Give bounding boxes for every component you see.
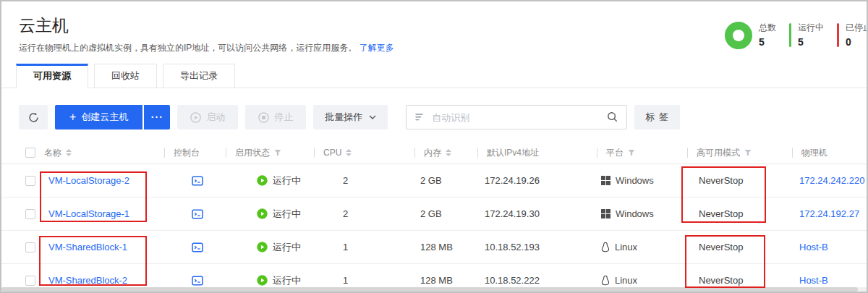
create-split-button: + 创建云主机 ··· [55, 105, 170, 129]
platform-text: Windows [616, 208, 654, 219]
column-header-ha-mode[interactable]: 高可用模式 [687, 148, 792, 158]
ha-mode-value: NeverStop [687, 242, 792, 252]
more-actions-button[interactable]: ··· [144, 105, 170, 129]
scrollbar-thumb[interactable] [1, 287, 858, 292]
play-circle-icon [190, 112, 201, 123]
console-icon[interactable] [192, 242, 203, 252]
tab-export-records[interactable]: 导出记录 [163, 64, 235, 88]
memory-value: 128 MB [414, 242, 477, 252]
search-box[interactable] [406, 105, 627, 129]
row-checkbox[interactable] [25, 209, 35, 219]
physical-host-link[interactable]: Host-B [799, 275, 828, 286]
search-icon[interactable] [607, 111, 618, 123]
column-label: CPU [323, 148, 341, 158]
platform-text: Windows [616, 175, 654, 186]
vm-name-link[interactable]: VM-LocalStorage-1 [48, 208, 129, 219]
column-header-physical-host: 物理机 [792, 148, 867, 158]
cpu-value: 2 [314, 208, 414, 219]
tag-button[interactable]: 标 签 [634, 105, 680, 129]
cloud-vm-console-window: 云主机 运行在物理机上的虚拟机实例，具有独立的IP地址，可以访问公共网络，运行应… [0, 0, 868, 293]
running-status-icon [257, 242, 268, 252]
toolbar: + 创建云主机 ··· 启动 停止 批量操作 [1, 88, 867, 129]
column-label: 控制台 [174, 148, 200, 158]
cpu-value: 2 [314, 175, 414, 186]
physical-host-link[interactable]: 172.24.192.27 [799, 208, 859, 219]
running-status-icon [257, 208, 268, 219]
select-all-checkbox[interactable] [25, 148, 35, 158]
column-header-status[interactable]: 启用状态 [226, 148, 314, 158]
physical-host-link[interactable]: 172.24.242.220 [799, 175, 864, 186]
stat-total: 总数 5 [725, 21, 776, 49]
status-text: 运行中 [273, 241, 301, 254]
column-header-cpu[interactable]: CPU [314, 148, 414, 158]
batch-operation-label: 批量操作 [325, 111, 362, 124]
column-label: 平台 [606, 148, 624, 158]
memory-value: 128 MB [414, 275, 477, 286]
column-header-platform[interactable]: 平台 [597, 148, 687, 158]
ipv4-value: 10.18.52.222 [477, 275, 597, 286]
stat-total-label: 总数 [759, 21, 776, 33]
memory-value: 2 GB [414, 208, 477, 219]
learn-more-link[interactable]: 了解更多 [359, 43, 394, 53]
stat-stopped-label: 已停止 [846, 21, 868, 33]
column-header-ipv4: 默认IPv4地址 [477, 148, 597, 158]
ha-mode-value: NeverStop [687, 208, 792, 219]
ipv4-value: 172.24.19.26 [477, 175, 597, 186]
filter-funnel-icon[interactable] [744, 149, 752, 156]
stat-running-label: 运行中 [798, 21, 824, 33]
search-input[interactable] [430, 111, 601, 124]
row-checkbox[interactable] [25, 276, 35, 286]
filter-funnel-icon[interactable] [628, 149, 635, 156]
row-checkbox[interactable] [25, 242, 35, 252]
table-row: VM-SharedBlock-1 运行中 1 128 MB 10.18.52.1… [1, 231, 867, 264]
linux-penguin-icon [601, 275, 610, 286]
column-header-name[interactable]: 名称 [43, 148, 164, 158]
cpu-value: 1 [314, 242, 414, 252]
start-label: 启动 [206, 111, 225, 124]
column-label: 名称 [44, 148, 61, 158]
sort-icon[interactable] [66, 149, 72, 156]
vm-name-link[interactable]: VM-SharedBlock-1 [48, 242, 127, 252]
ha-mode-value: NeverStop [687, 275, 792, 286]
windows-icon [601, 209, 610, 218]
red-bar-icon [837, 23, 839, 47]
vm-name-link[interactable]: VM-LocalStorage-2 [48, 175, 129, 186]
status-text: 运行中 [273, 274, 301, 287]
refresh-button[interactable] [19, 105, 48, 129]
tab-recycle-bin[interactable]: 回收站 [94, 64, 157, 88]
stat-stopped: 已停止 0 [837, 21, 868, 48]
ipv4-value: 10.18.52.193 [477, 242, 597, 252]
vm-name-link[interactable]: VM-SharedBlock-2 [48, 275, 127, 286]
batch-operation-button[interactable]: 批量操作 [313, 105, 388, 129]
sort-icon[interactable] [446, 149, 451, 156]
create-vm-button[interactable]: + 创建云主机 [55, 105, 142, 129]
console-icon[interactable] [192, 176, 203, 186]
tab-available-resources[interactable]: 可用资源 [16, 64, 88, 88]
console-icon[interactable] [192, 209, 203, 219]
select-all-cell [19, 148, 43, 158]
filter-funnel-icon[interactable] [274, 149, 281, 156]
plus-icon: + [69, 111, 76, 123]
platform-text: Linux [615, 242, 637, 252]
horizontal-scrollbar[interactable] [1, 287, 867, 292]
column-label: 高可用模式 [697, 148, 740, 158]
start-button[interactable]: 启动 [177, 105, 238, 129]
stat-total-value: 5 [759, 36, 776, 48]
memory-value: 2 GB [414, 175, 477, 186]
console-icon[interactable] [192, 276, 203, 286]
filter-lines-icon [414, 113, 425, 122]
row-checkbox[interactable] [25, 176, 35, 186]
status-text: 运行中 [273, 208, 301, 221]
tab-bar: 可用资源 回收站 导出记录 [1, 64, 867, 88]
stop-button[interactable]: 停止 [245, 105, 306, 129]
cpu-value: 1 [314, 275, 414, 286]
sort-icon[interactable] [346, 149, 352, 156]
column-header-memory[interactable]: 内存 [414, 148, 477, 158]
column-label: 物理机 [801, 148, 827, 158]
status-text: 运行中 [273, 174, 301, 187]
green-bar-icon [789, 23, 791, 47]
stop-circle-icon [258, 112, 269, 123]
physical-host-link[interactable]: Host-B [799, 242, 828, 252]
table-header: 名称 控制台 启用状态 CPU 内存 默认IPv4地址 平台 高可用模式 [1, 142, 867, 164]
linux-penguin-icon [601, 242, 610, 252]
